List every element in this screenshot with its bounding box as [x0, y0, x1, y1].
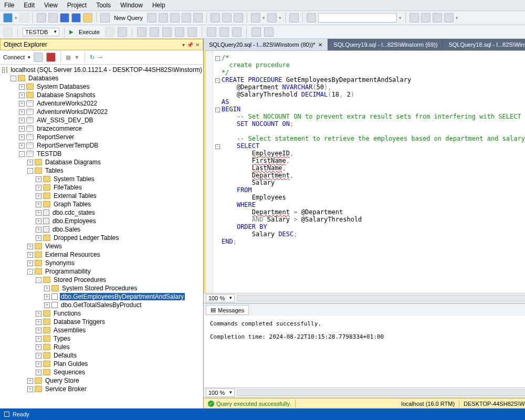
db-node[interactable]: +ReportServerTempDB: [2, 141, 203, 150]
tree-item[interactable]: +Synonyms: [2, 259, 203, 267]
ext3-icon[interactable]: [433, 13, 442, 23]
expand-icon[interactable]: +: [36, 235, 41, 241]
execute-button[interactable]: Execute: [77, 29, 102, 35]
tree-item[interactable]: -Tables: [2, 166, 203, 175]
conn1-icon[interactable]: [34, 52, 43, 62]
menu-project[interactable]: Project: [67, 2, 87, 9]
outline-toggle-icon[interactable]: -: [215, 108, 220, 112]
collapse-icon[interactable]: -: [27, 269, 33, 275]
close-icon[interactable]: ✕: [195, 42, 200, 48]
tab-query20[interactable]: SQLQuery20.sql - l...82S\Winstorm (80))*…: [204, 39, 328, 50]
q1-icon[interactable]: [147, 13, 156, 23]
tree-item[interactable]: +FileTables: [2, 183, 203, 192]
close-icon[interactable]: ✕: [318, 42, 322, 48]
expand-icon[interactable]: +: [27, 160, 33, 165]
r3-icon[interactable]: [187, 27, 197, 37]
tree-item[interactable]: -Programmability: [2, 267, 203, 276]
collapse-icon[interactable]: -: [2, 67, 5, 73]
expand-icon[interactable]: +: [19, 143, 25, 149]
stored-procedure[interactable]: +dbo.GetTotalSalesByProduct: [2, 301, 203, 309]
ext4-icon[interactable]: [444, 13, 454, 23]
messages-zoom-select[interactable]: 100 %: [206, 388, 235, 397]
menu-window[interactable]: Window: [120, 2, 143, 9]
database-select[interactable]: TESTDB: [23, 28, 59, 36]
expand-icon[interactable]: +: [19, 109, 25, 115]
menu-file[interactable]: File: [4, 2, 14, 9]
databases-node[interactable]: -Databases: [2, 74, 203, 82]
expand-icon[interactable]: +: [36, 210, 41, 216]
tree-item[interactable]: +Dropped Ledger Tables: [2, 234, 203, 242]
db-node[interactable]: -TESTDB: [2, 150, 203, 158]
outline-toggle-icon[interactable]: -: [215, 78, 220, 83]
expand-icon[interactable]: +: [36, 370, 41, 375]
collapse-icon[interactable]: -: [10, 76, 16, 81]
stop2-icon[interactable]: ⊸: [98, 54, 102, 61]
expand-icon[interactable]: +: [36, 176, 41, 182]
open2-icon[interactable]: [48, 13, 58, 23]
expand-icon[interactable]: +: [19, 118, 25, 123]
expand-icon[interactable]: +: [27, 260, 33, 266]
menu-view[interactable]: View: [44, 2, 58, 9]
redo-icon[interactable]: [267, 13, 277, 23]
r5-icon[interactable]: [219, 27, 229, 37]
db-node[interactable]: +AW_SSIS_DEV_DB: [2, 116, 203, 124]
stored-procedure[interactable]: +System Stored Procedures: [2, 284, 203, 292]
dropdown-icon[interactable]: ▾: [182, 42, 185, 48]
expand-icon[interactable]: +: [44, 294, 50, 300]
tree-item[interactable]: +Database Diagrams: [2, 158, 203, 166]
tree-item[interactable]: +Database Triggers: [2, 318, 203, 326]
tree-item[interactable]: +Rules: [2, 343, 203, 351]
expand-icon[interactable]: +: [36, 336, 41, 342]
r7-icon[interactable]: [251, 27, 261, 37]
tree-item[interactable]: +System Databases: [2, 82, 203, 91]
expand-icon[interactable]: +: [27, 252, 33, 258]
expand-icon[interactable]: +: [36, 328, 41, 333]
q3-icon[interactable]: [170, 13, 180, 23]
sql-editor[interactable]: -/* create procedure*/-CREATE PROCEDURE …: [204, 50, 525, 293]
tree-item[interactable]: +dbo.cdc_states: [2, 208, 203, 217]
expand-icon[interactable]: +: [44, 302, 50, 308]
r6-icon[interactable]: [232, 27, 242, 37]
tab-query19[interactable]: SQLQuery19.sql - l...82S\Winstorm (69)): [328, 39, 443, 50]
db-node[interactable]: +brazecommerce: [2, 124, 203, 133]
tab-query18[interactable]: SQLQuery18.sql - l...82S\Winst: [443, 39, 525, 50]
expand-icon[interactable]: +: [36, 218, 41, 224]
expand-icon[interactable]: +: [19, 126, 25, 132]
parse-icon[interactable]: [3, 27, 13, 37]
expand-icon[interactable]: +: [36, 344, 41, 350]
outline-toggle-icon[interactable]: -: [215, 56, 220, 61]
cut-icon[interactable]: [211, 13, 220, 23]
tree-item[interactable]: +dbo.Sales: [2, 225, 203, 234]
tree-item[interactable]: +dbo.Employees: [2, 217, 203, 225]
props-icon[interactable]: [307, 13, 316, 23]
quick-launch-input[interactable]: [318, 13, 397, 23]
copy-icon[interactable]: [222, 13, 232, 23]
selected-stored-procedure[interactable]: +dbo.GetEmployeesByDepartmentAndSalary: [2, 292, 203, 301]
expand-icon[interactable]: +: [36, 193, 41, 199]
back-icon[interactable]: [3, 13, 13, 23]
ext2-icon[interactable]: [421, 13, 430, 23]
messages-tab[interactable]: ▤ Messages: [206, 305, 249, 315]
folder-icon[interactable]: [83, 13, 92, 23]
tree-item[interactable]: +Query Store: [2, 376, 203, 385]
r2-icon[interactable]: [175, 27, 184, 37]
newquery-button[interactable]: New Query: [112, 15, 145, 21]
expand-icon[interactable]: +: [27, 386, 33, 392]
expand-icon[interactable]: +: [36, 353, 41, 359]
tree-item[interactable]: -Stored Procedures: [2, 276, 203, 284]
pin-icon[interactable]: 📌: [187, 42, 193, 48]
newquery-icon[interactable]: [100, 13, 110, 23]
expand-icon[interactable]: +: [36, 319, 41, 325]
expand-icon[interactable]: +: [36, 311, 41, 317]
expand-icon[interactable]: +: [44, 286, 50, 291]
stop-icon[interactable]: [105, 27, 114, 37]
saveall-icon[interactable]: [71, 13, 81, 23]
menu-edit[interactable]: Edit: [24, 2, 35, 9]
expand-icon[interactable]: +: [27, 244, 33, 249]
expand-icon[interactable]: +: [36, 202, 41, 207]
expand-icon[interactable]: +: [36, 185, 41, 191]
q5-icon[interactable]: [193, 13, 203, 23]
save-icon[interactable]: [60, 13, 69, 23]
outline-toggle-icon[interactable]: -: [215, 144, 220, 149]
menu-tools[interactable]: Tools: [96, 2, 111, 9]
